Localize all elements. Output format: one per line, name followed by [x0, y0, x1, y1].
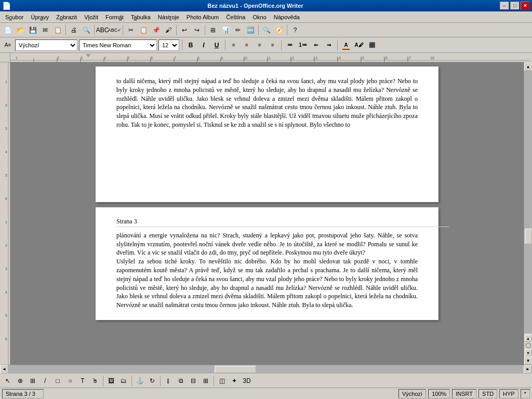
- bold-button[interactable]: B: [185, 39, 196, 51]
- menu-napoveda[interactable]: Nápověda: [271, 13, 303, 21]
- shadow-button[interactable]: ◫: [216, 375, 228, 387]
- menu-nastroje[interactable]: Nástroje: [155, 13, 182, 21]
- redo-button[interactable]: ↪: [191, 24, 203, 36]
- scroll-down-button[interactable]: ▼: [524, 356, 533, 365]
- prev-page-button[interactable]: ▲: [525, 335, 532, 342]
- menu-tabulka[interactable]: Tabulka: [128, 13, 154, 21]
- format-brush-button[interactable]: 🖌: [163, 24, 174, 36]
- highlight-button[interactable]: A🖌: [353, 39, 365, 51]
- svg-text:13: 13: [313, 56, 317, 60]
- anchor-button[interactable]: ⚓: [134, 375, 145, 387]
- draw-ellipse-button[interactable]: ○: [64, 375, 76, 387]
- group-button[interactable]: ⊟: [188, 375, 199, 387]
- print-button[interactable]: 🖨: [68, 24, 79, 36]
- draw-rect-button[interactable]: □: [52, 375, 63, 387]
- save-button[interactable]: 💾: [27, 24, 38, 36]
- horizontal-scrollbar[interactable]: ◄ ►: [0, 365, 532, 373]
- numbering-button[interactable]: 1≔: [297, 39, 309, 51]
- format-sep-2: [225, 40, 225, 50]
- hscroll-thumb[interactable]: [215, 366, 256, 373]
- page-count: Strana 3 / 3: [2, 389, 44, 398]
- field-button[interactable]: 🔤: [245, 24, 256, 36]
- extrude-button[interactable]: 3D: [241, 375, 252, 387]
- arrange-button[interactable]: ⧉: [175, 375, 187, 387]
- font-color-button[interactable]: A: [340, 39, 352, 51]
- align-center-button[interactable]: ≡: [241, 39, 252, 51]
- autocorrect-button[interactable]: ABC✓: [109, 24, 121, 36]
- svg-text:1: 1: [5, 220, 7, 224]
- select-button[interactable]: ↖: [2, 375, 14, 387]
- menu-cestina[interactable]: Čeština: [223, 13, 248, 21]
- draw-line-button[interactable]: /: [39, 375, 51, 387]
- preview-button[interactable]: 🔍: [81, 24, 92, 36]
- paste-button[interactable]: 📌: [150, 24, 162, 36]
- table-draw-button[interactable]: ⊞: [27, 375, 38, 387]
- style-select[interactable]: Výchozí: [15, 39, 77, 51]
- next-page-button[interactable]: ▼: [525, 349, 532, 356]
- bullets-button[interactable]: ≔: [284, 39, 296, 51]
- menu-zobrazit[interactable]: Zobrazit: [53, 13, 80, 21]
- selection-mode[interactable]: STD: [478, 389, 497, 398]
- scroll-left-button[interactable]: ◄: [0, 365, 8, 374]
- cursor-button[interactable]: 🖱: [89, 375, 101, 387]
- titlebar: 📄 Bez názvu1 - OpenOffice.org Writer ─ □…: [0, 0, 532, 11]
- copy-button[interactable]: 📋: [138, 24, 149, 36]
- decrease-indent-button[interactable]: ⇐: [310, 39, 322, 51]
- svg-text:6: 6: [151, 56, 153, 60]
- scroll-right-button[interactable]: ►: [524, 365, 532, 374]
- effects-button[interactable]: ✦: [229, 375, 240, 387]
- increase-indent-button[interactable]: ⇒: [323, 39, 335, 51]
- minimize-button[interactable]: ─: [500, 2, 509, 10]
- digital-signature[interactable]: *: [521, 389, 530, 398]
- menu-soubor[interactable]: Soubor: [2, 13, 27, 21]
- svg-text:4: 4: [104, 56, 106, 60]
- hscroll-track[interactable]: [8, 365, 524, 374]
- find-button[interactable]: 🔍: [261, 24, 272, 36]
- maximize-button[interactable]: □: [510, 2, 520, 10]
- close-button[interactable]: ✕: [521, 2, 530, 10]
- textbox-button[interactable]: T: [77, 375, 88, 387]
- table-button[interactable]: ⊞: [207, 24, 219, 36]
- help-button[interactable]: ?: [289, 24, 301, 36]
- new-button[interactable]: 📄: [2, 24, 14, 36]
- svg-text:17: 17: [407, 56, 411, 60]
- justify-button[interactable]: ≡: [267, 39, 278, 51]
- menu-vlozit[interactable]: Vložit: [81, 13, 101, 21]
- align-right-button[interactable]: ≡: [254, 39, 265, 51]
- nav-dot[interactable]: [526, 343, 531, 348]
- hyphenation[interactable]: HYP: [499, 389, 518, 398]
- pdf-button[interactable]: 📋: [52, 24, 63, 36]
- undo-button[interactable]: ↩: [179, 24, 190, 36]
- image-button[interactable]: 🖼: [105, 375, 117, 387]
- rotate-button[interactable]: ↻: [147, 375, 158, 387]
- scroll-track[interactable]: [524, 71, 533, 334]
- vertical-scrollbar[interactable]: ▲ ▲ ▼ ▼: [524, 62, 532, 365]
- draw-button[interactable]: ✏: [232, 24, 244, 36]
- titlebar-title: Bez názvu1 - OpenOffice.org Writer: [11, 3, 500, 9]
- align-left-button[interactable]: ≡: [228, 39, 240, 51]
- bottom-sep-3: [160, 376, 161, 386]
- italic-button[interactable]: I: [198, 39, 209, 51]
- menu-format[interactable]: Formát: [102, 13, 127, 21]
- background-button[interactable]: ⬛: [366, 39, 378, 51]
- scroll-up-button[interactable]: ▲: [524, 62, 533, 71]
- ungroup-button[interactable]: ⊞: [200, 375, 211, 387]
- menu-photo-album[interactable]: Photo Album: [183, 13, 222, 21]
- insert-mode[interactable]: INSRT: [452, 389, 476, 398]
- bottom-sep-4: [214, 376, 214, 386]
- insert-object-button[interactable]: ⊕: [15, 375, 26, 387]
- scroll-thumb[interactable]: [525, 229, 532, 244]
- underline-button[interactable]: U: [211, 39, 222, 51]
- align-objects-button[interactable]: ⫿: [163, 375, 174, 387]
- spellcheck-button[interactable]: ABC: [97, 24, 108, 36]
- font-select[interactable]: Times New Roman: [79, 39, 157, 51]
- navigator-button[interactable]: 🧭: [273, 24, 285, 36]
- chart-button[interactable]: 📊: [220, 24, 231, 36]
- menu-upravy[interactable]: Úpravy: [28, 13, 52, 21]
- gallery-button[interactable]: 🗂: [118, 375, 129, 387]
- email-button[interactable]: ✉: [39, 24, 51, 36]
- size-select[interactable]: 12: [158, 39, 179, 51]
- menu-okno[interactable]: Okno: [249, 13, 269, 21]
- cut-button[interactable]: ✂: [125, 24, 137, 36]
- open-button[interactable]: 📂: [15, 24, 26, 36]
